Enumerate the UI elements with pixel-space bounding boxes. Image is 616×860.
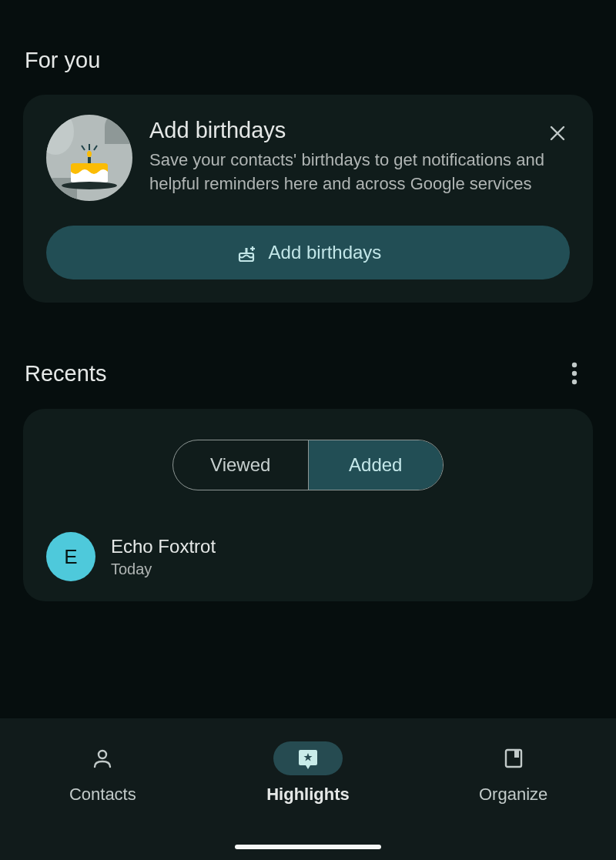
nav-contacts-label: Contacts bbox=[69, 785, 136, 805]
more-button[interactable] bbox=[559, 358, 590, 389]
birthday-card: Add birthdays Save your contacts' birthd… bbox=[23, 95, 593, 303]
birthday-card-title: Add birthdays bbox=[149, 118, 570, 143]
svg-rect-4 bbox=[88, 157, 91, 163]
avatar: E bbox=[46, 532, 95, 581]
section-header-for-you: For you bbox=[23, 0, 593, 95]
close-icon bbox=[548, 124, 567, 142]
svg-line-1 bbox=[82, 146, 85, 150]
contact-row[interactable]: E Echo Foxtrot Today bbox=[42, 532, 574, 581]
home-indicator[interactable] bbox=[235, 845, 381, 849]
more-vert-icon bbox=[571, 362, 578, 385]
contact-name: Echo Foxtrot bbox=[111, 536, 216, 557]
svg-point-3 bbox=[87, 151, 92, 157]
svg-line-2 bbox=[94, 146, 97, 150]
organize-icon bbox=[502, 747, 525, 770]
close-button[interactable] bbox=[542, 118, 573, 149]
nav-highlights-label: Highlights bbox=[266, 785, 350, 805]
svg-point-10 bbox=[572, 363, 577, 367]
nav-highlights[interactable]: Highlights bbox=[223, 741, 393, 805]
svg-rect-15 bbox=[514, 750, 519, 758]
add-birthdays-button[interactable]: Add birthdays bbox=[46, 226, 570, 279]
birthday-card-description: Save your contacts' birthdays to get not… bbox=[149, 148, 570, 196]
section-header-recents: Recents bbox=[25, 361, 106, 386]
highlights-icon bbox=[296, 747, 320, 770]
contact-meta: Today bbox=[111, 561, 216, 578]
tab-viewed[interactable]: Viewed bbox=[173, 440, 309, 490]
bottom-nav: Contacts Highlights Organize bbox=[0, 718, 616, 860]
svg-point-13 bbox=[99, 751, 106, 758]
svg-rect-7 bbox=[245, 248, 247, 253]
nav-organize-label: Organize bbox=[479, 785, 547, 805]
recents-tab-group: Viewed Added bbox=[172, 440, 444, 490]
svg-point-11 bbox=[572, 371, 577, 376]
svg-point-12 bbox=[572, 380, 577, 384]
cake-plus-icon bbox=[235, 241, 258, 264]
nav-organize[interactable]: Organize bbox=[429, 741, 598, 805]
nav-contacts[interactable]: Contacts bbox=[18, 741, 187, 805]
add-birthdays-button-label: Add birthdays bbox=[269, 242, 382, 263]
svg-point-5 bbox=[62, 182, 117, 189]
tab-added[interactable]: Added bbox=[309, 440, 444, 490]
recents-card: Viewed Added E Echo Foxtrot Today bbox=[23, 409, 593, 601]
contacts-icon bbox=[91, 747, 114, 770]
cake-icon bbox=[46, 115, 132, 201]
